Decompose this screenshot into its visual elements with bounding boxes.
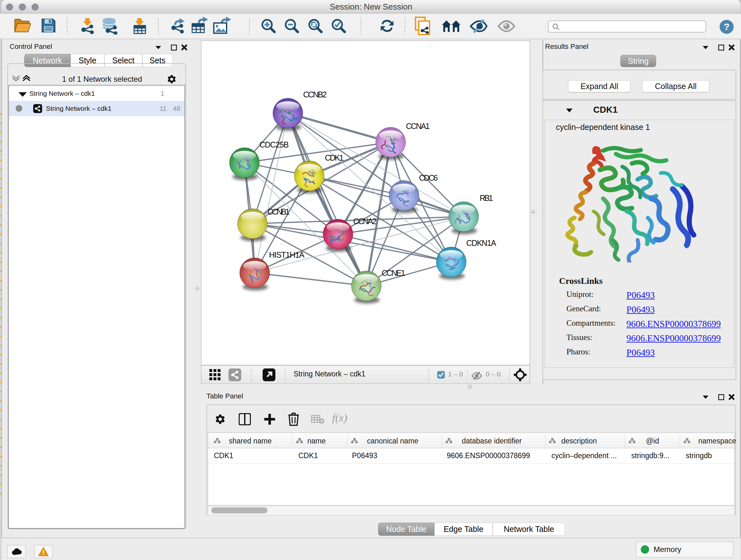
svg-text:HIST1H1A: HIST1H1A <box>269 250 305 259</box>
svg-text:CCNA2: CCNA2 <box>353 217 377 226</box>
svg-text:RB1: RB1 <box>480 193 493 202</box>
svg-text:CCNE1: CCNE1 <box>382 268 405 277</box>
svg-text:CDC6: CDC6 <box>419 173 438 182</box>
svg-text:CDC25B: CDC25B <box>259 140 289 149</box>
svg-text:CDK1: CDK1 <box>325 153 344 162</box>
svg-text:CDKN1A: CDKN1A <box>466 239 496 247</box>
svg-text:?: ? <box>724 21 730 32</box>
svg-text:CCNB2: CCNB2 <box>303 90 327 99</box>
svg-text:CCNA1: CCNA1 <box>406 122 430 131</box>
svg-text:CCNB1: CCNB1 <box>267 207 290 216</box>
